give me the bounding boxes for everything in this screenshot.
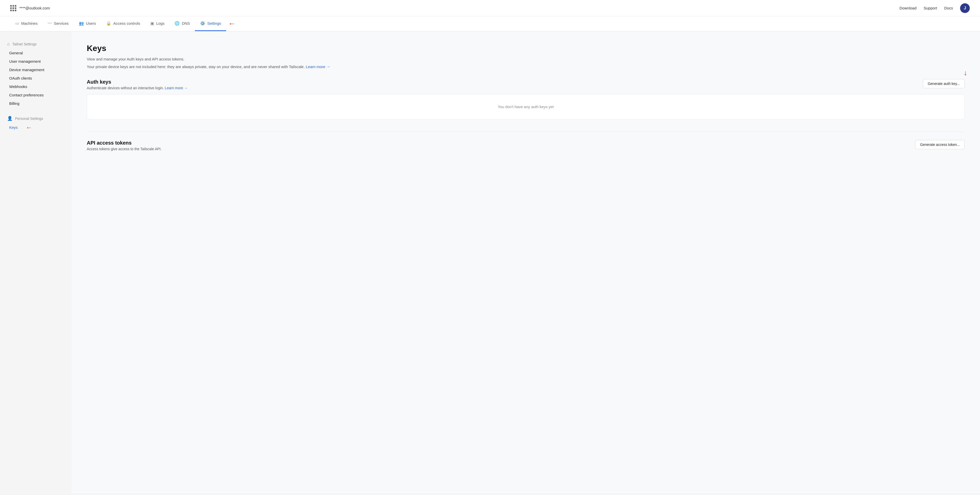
api-tokens-header: API access tokens Access tokens give acc… bbox=[87, 140, 965, 151]
nav-label-machines: Machines bbox=[21, 21, 38, 25]
download-link[interactable]: Download bbox=[900, 6, 917, 10]
sidebar-item-general[interactable]: General bbox=[6, 49, 65, 57]
user-email: ****@outlook.com bbox=[19, 6, 50, 10]
nav-item-machines[interactable]: ▭ Machines bbox=[10, 16, 43, 31]
learn-more-keys-link[interactable]: Learn more → bbox=[306, 65, 330, 69]
topbar: ****@outlook.com Download Support Docs J bbox=[0, 0, 980, 16]
auth-keys-header: Auth keys Authenticate devices without a… bbox=[87, 79, 965, 90]
sidebar-item-oauth-clients[interactable]: OAuth clients bbox=[6, 74, 65, 82]
nav-item-access-controls[interactable]: 🔒 Access controls bbox=[101, 16, 145, 31]
auth-keys-section: Auth keys Authenticate devices without a… bbox=[87, 79, 965, 119]
page-description-1: View and manage your Auth keys and API a… bbox=[87, 56, 965, 62]
grid-menu-icon[interactable] bbox=[10, 5, 16, 11]
navbar: ▭ Machines 〰 Services 👥 Users 🔒 Access c… bbox=[0, 16, 980, 32]
page-description-2: Your private device keys are not include… bbox=[87, 64, 965, 70]
logs-icon: ▣ bbox=[150, 21, 154, 26]
nav-label-access-controls: Access controls bbox=[113, 21, 140, 25]
api-tokens-section: API access tokens Access tokens give acc… bbox=[87, 140, 965, 151]
generate-auth-key-button[interactable]: Generate auth key... bbox=[923, 79, 965, 88]
services-icon: 〰 bbox=[48, 21, 52, 26]
generate-access-token-button[interactable]: Generate access token... bbox=[915, 140, 965, 149]
topbar-right: Download Support Docs J bbox=[900, 3, 970, 13]
generate-auth-key-wrapper: ↓ Generate auth key... bbox=[923, 79, 965, 88]
dns-icon: 🌐 bbox=[175, 21, 180, 26]
access-controls-icon: 🔒 bbox=[106, 21, 111, 26]
avatar[interactable]: J bbox=[960, 3, 970, 13]
topbar-left: ****@outlook.com bbox=[10, 5, 50, 11]
sidebar-item-user-management[interactable]: User management bbox=[6, 57, 65, 65]
personal-settings-section: 👤 Personal Settings Keys ← bbox=[6, 116, 65, 132]
sidebar-item-billing[interactable]: Billing bbox=[6, 99, 65, 108]
main-content: Keys View and manage your Auth keys and … bbox=[72, 32, 980, 493]
section-divider bbox=[87, 132, 965, 132]
support-link[interactable]: Support bbox=[924, 6, 937, 10]
auth-keys-empty-state: You don't have any auth keys yet bbox=[87, 94, 965, 119]
nav-item-dns[interactable]: 🌐 DNS bbox=[169, 16, 195, 31]
nav-item-users[interactable]: 👥 Users bbox=[74, 16, 101, 31]
layout: ⌂ Tailnet Settings General User manageme… bbox=[0, 32, 980, 493]
auth-keys-description: Authenticate devices without an interact… bbox=[87, 86, 188, 90]
users-icon: 👥 bbox=[79, 21, 84, 26]
sidebar-item-webhooks[interactable]: Webhooks bbox=[6, 82, 65, 91]
sidebar-item-contact-preferences[interactable]: Contact preferences bbox=[6, 91, 65, 99]
auth-keys-learn-more-link[interactable]: Learn more → bbox=[165, 86, 188, 90]
keys-arrow-indicator: ← bbox=[26, 124, 32, 131]
nav-label-logs: Logs bbox=[156, 21, 165, 25]
tailnet-settings-section: ⌂ Tailnet Settings General User manageme… bbox=[6, 41, 65, 108]
sidebar-item-keys[interactable]: Keys bbox=[6, 123, 21, 132]
api-tokens-title-area: API access tokens Access tokens give acc… bbox=[87, 140, 162, 151]
tailnet-section-header: ⌂ Tailnet Settings bbox=[6, 41, 65, 47]
tailnet-section-label: Tailnet Settings bbox=[12, 42, 37, 46]
nav-item-services[interactable]: 〰 Services bbox=[43, 17, 74, 31]
person-icon: 👤 bbox=[7, 116, 13, 121]
settings-icon: ⚙️ bbox=[200, 21, 205, 26]
docs-link[interactable]: Docs bbox=[944, 6, 953, 10]
sidebar: ⌂ Tailnet Settings General User manageme… bbox=[0, 32, 72, 493]
personal-section-label: Personal Settings bbox=[15, 117, 43, 121]
api-tokens-title: API access tokens bbox=[87, 140, 162, 146]
personal-section-header: 👤 Personal Settings bbox=[6, 116, 65, 121]
sidebar-item-device-management[interactable]: Device management bbox=[6, 65, 65, 74]
home-icon: ⌂ bbox=[7, 41, 10, 47]
api-tokens-description: Access tokens give access to the Tailsca… bbox=[87, 147, 162, 151]
nav-label-users: Users bbox=[86, 21, 96, 25]
nav-label-settings: Settings bbox=[207, 21, 221, 25]
nav-item-logs[interactable]: ▣ Logs bbox=[145, 16, 170, 31]
auth-keys-title-area: Auth keys Authenticate devices without a… bbox=[87, 79, 188, 90]
auth-key-button-arrow: ↓ bbox=[964, 69, 967, 77]
nav-item-settings[interactable]: ⚙️ Settings bbox=[195, 16, 226, 31]
nav-label-services: Services bbox=[54, 21, 68, 25]
nav-label-dns: DNS bbox=[182, 21, 190, 25]
machines-icon: ▭ bbox=[15, 21, 19, 26]
page-title: Keys bbox=[87, 44, 965, 53]
settings-arrow-indicator: ← bbox=[228, 20, 235, 27]
auth-keys-title: Auth keys bbox=[87, 79, 188, 85]
